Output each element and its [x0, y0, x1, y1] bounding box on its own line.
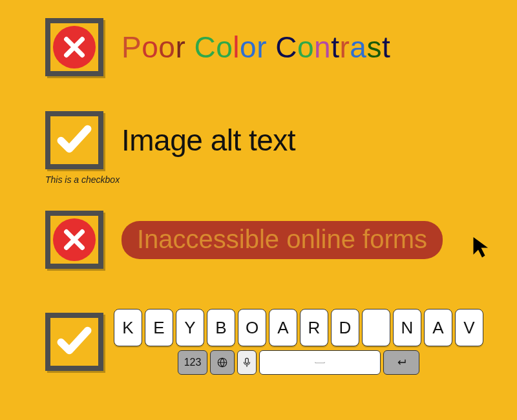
key-123[interactable]: 123	[178, 350, 207, 375]
letter: r	[339, 30, 350, 64]
checklist-row-alt-text: Image alt text	[45, 111, 295, 169]
letter: t	[331, 30, 339, 64]
letter: t	[382, 30, 390, 64]
checklist-row-keyboard: KEYBOARDNAV 123	[45, 309, 483, 375]
key-letter[interactable]: R	[300, 309, 328, 346]
checklist-row-forms: Inaccessible online forms	[45, 211, 443, 269]
letter	[185, 30, 194, 64]
key-letter[interactable]: A	[269, 309, 297, 346]
letter: r	[175, 30, 185, 64]
label-alt-text: Image alt text	[121, 123, 295, 158]
letter: o	[240, 30, 257, 64]
checkbox-fail	[45, 211, 103, 269]
check-icon	[54, 119, 94, 162]
checkbox-pass	[45, 313, 103, 371]
letter: s	[366, 30, 382, 64]
key-letter[interactable]: V	[455, 309, 483, 346]
key-letter[interactable]: N	[393, 309, 421, 346]
letter: C	[194, 30, 216, 64]
key-letter[interactable]: K	[114, 309, 142, 346]
check-icon	[54, 320, 94, 363]
x-icon	[53, 26, 96, 68]
letter	[267, 30, 275, 64]
label-inaccessible-forms: Inaccessible online forms	[121, 221, 443, 259]
cursor-icon	[470, 235, 494, 261]
key-letter[interactable]: O	[238, 309, 266, 346]
keyboard-fn-row: 123	[114, 350, 483, 375]
x-icon	[53, 218, 96, 261]
key-letter[interactable]: B	[207, 309, 235, 346]
keyboard-letter-row: KEYBOARDNAV	[114, 309, 483, 346]
letter: l	[233, 30, 240, 64]
key-letter[interactable]: D	[331, 309, 359, 346]
letter: o	[297, 30, 314, 64]
key-blank[interactable]	[362, 309, 390, 346]
checkbox-caption: This is a checkbox	[45, 174, 120, 185]
key-letter[interactable]: E	[145, 309, 173, 346]
letter: C	[275, 30, 297, 64]
key-space[interactable]	[259, 350, 381, 375]
keyboard: KEYBOARDNAV 123	[114, 309, 483, 375]
letter: n	[314, 30, 331, 64]
checkbox-fail	[45, 18, 103, 76]
svg-rect-1	[246, 358, 249, 363]
checkbox-pass	[45, 111, 103, 169]
letter: P	[121, 30, 142, 64]
letter: o	[158, 30, 175, 64]
key-letter[interactable]: Y	[176, 309, 204, 346]
letter: a	[350, 30, 366, 64]
letter: r	[257, 30, 267, 64]
checklist-row-contrast: Poor Color Contrast	[45, 18, 390, 76]
letter: o	[216, 30, 233, 64]
label-poor-color-contrast: Poor Color Contrast	[121, 30, 390, 65]
key-letter[interactable]: A	[424, 309, 452, 346]
key-globe-icon[interactable]	[210, 350, 235, 375]
letter: o	[142, 30, 158, 64]
key-enter-icon[interactable]	[383, 350, 419, 375]
key-mic-icon[interactable]	[237, 350, 257, 375]
